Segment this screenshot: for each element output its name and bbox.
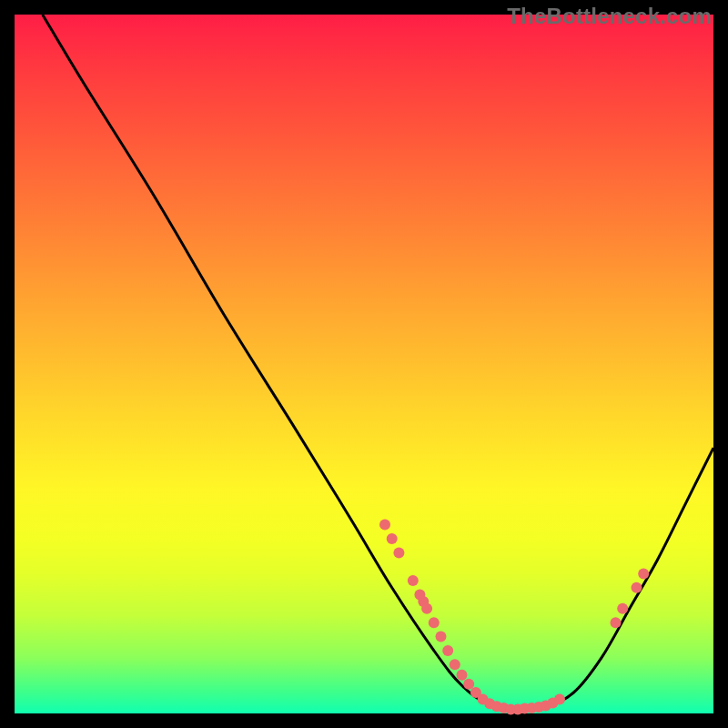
curve-marker: [632, 582, 642, 593]
curve-marker: [463, 679, 474, 690]
curve-line: [43, 15, 713, 710]
curve-marker: [379, 520, 390, 531]
curve-marker: [442, 645, 453, 656]
curve-marker: [638, 568, 649, 579]
curve-marker: [429, 617, 440, 628]
curve-markers: [379, 520, 649, 715]
curve-marker: [450, 659, 460, 670]
curve-marker: [617, 603, 628, 614]
curve-marker: [387, 533, 398, 544]
curve-marker: [408, 575, 419, 586]
curve-marker: [436, 632, 447, 642]
curve-marker: [611, 617, 622, 628]
curve-marker: [421, 603, 432, 614]
curve-marker: [457, 670, 468, 681]
bottleneck-curve-chart: [15, 15, 713, 713]
curve-marker: [554, 694, 565, 705]
curve-marker: [393, 547, 404, 558]
